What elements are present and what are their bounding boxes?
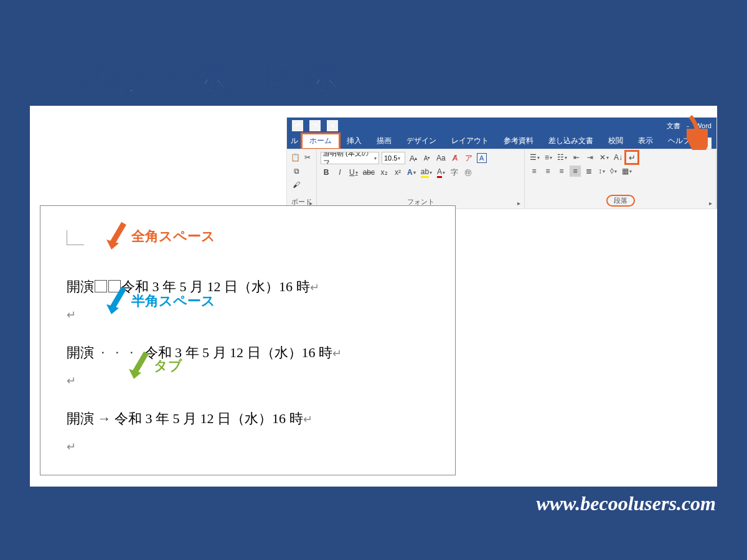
- annotation-halfwidth-space: 半角スペース: [105, 287, 215, 315]
- clear-formatting-icon[interactable]: A̸: [449, 152, 461, 164]
- doc-empty-line[interactable]: ↵: [67, 432, 439, 460]
- numbering-icon[interactable]: ≡▾: [543, 152, 553, 163]
- document-panel: 全角スペース 半角スペース タブ 開演令和 3 年 5 月 12 日（水）16 …: [40, 205, 456, 475]
- annotation-tab: タブ: [128, 352, 182, 380]
- distribute-icon[interactable]: ≣: [583, 166, 594, 177]
- title-bar: ↶ ↷ ▾ 文書 - Word: [287, 118, 716, 134]
- group-clipboard: 📋✂ ⧉ 🖌 ボード ▸: [287, 149, 317, 208]
- align-left-icon[interactable]: ≡: [529, 166, 540, 177]
- highlight-color-icon[interactable]: ab▾: [420, 167, 433, 178]
- content-panel: ↶ ↷ ▾ 文書 - Word ル ホーム 挿入 描画 デザイン レイアウト 参…: [30, 106, 717, 487]
- font-color-icon[interactable]: A▾: [436, 167, 446, 178]
- paragraph-mark-icon: ↵: [303, 413, 312, 426]
- titlebar-separator: -: [687, 122, 689, 129]
- cut-icon[interactable]: ✂: [303, 152, 313, 163]
- doc-line-3[interactable]: 開演 → 令和 3 年 5 月 12 日（水）16 時↵: [67, 405, 439, 432]
- sort-icon[interactable]: A↓: [613, 152, 624, 163]
- copy-icon[interactable]: ⧉: [291, 166, 302, 177]
- doc-empty-line[interactable]: ↵: [67, 366, 439, 394]
- tab-insert[interactable]: 挿入: [339, 134, 369, 149]
- tab-home[interactable]: ホーム: [302, 134, 339, 149]
- char-border-icon[interactable]: A: [477, 153, 487, 163]
- text-effects-icon[interactable]: A▾: [406, 167, 417, 178]
- tab-review[interactable]: 校閲: [601, 134, 631, 149]
- tell-me-icon[interactable]: ♀: [700, 138, 712, 149]
- group-paragraph-label: 段落: [529, 194, 712, 207]
- shrink-font-icon[interactable]: A▾: [421, 152, 433, 164]
- paragraph-mark-icon: ↵: [67, 375, 76, 387]
- superscript-button[interactable]: x²: [392, 167, 403, 178]
- decrease-indent-icon[interactable]: ⇤: [571, 152, 582, 163]
- multilevel-list-icon[interactable]: ☷▾: [556, 152, 568, 163]
- borders-icon[interactable]: ▦▾: [621, 166, 633, 177]
- paragraph-mark-icon: ↵: [310, 281, 319, 294]
- phonetic-guide-icon[interactable]: ア: [463, 152, 474, 164]
- tab-help[interactable]: ヘルプ: [660, 134, 698, 149]
- paste-icon[interactable]: 📋: [291, 152, 301, 163]
- show-hide-marks-button[interactable]: ↵: [626, 152, 637, 163]
- titlebar-doc-label: 文書: [667, 121, 680, 131]
- qat-customize-icon[interactable]: ▾: [327, 120, 338, 131]
- asian-layout-icon[interactable]: ✕▾: [598, 152, 610, 163]
- subscript-button[interactable]: x₂: [378, 167, 390, 178]
- underline-button[interactable]: U▾: [348, 167, 359, 178]
- justify-icon[interactable]: ≡: [570, 166, 581, 177]
- tab-design[interactable]: デザイン: [399, 134, 444, 149]
- italic-button[interactable]: I: [334, 167, 345, 178]
- paragraph-launcher-icon[interactable]: ▸: [707, 199, 714, 207]
- tab-references[interactable]: 参考資料: [496, 134, 541, 149]
- ribbon-body: 📋✂ ⧉ 🖌 ボード ▸ 游明朝 (本文のフ▾ 10.5▾ A▴ A▾ Aa A…: [287, 149, 716, 208]
- undo-icon[interactable]: ↶: [292, 120, 303, 131]
- bullets-icon[interactable]: ☰▾: [529, 152, 541, 163]
- font-launcher-icon[interactable]: ▸: [515, 199, 522, 207]
- tab-file-fragment[interactable]: ル: [288, 134, 302, 149]
- tab-layout[interactable]: レイアウト: [444, 134, 496, 149]
- bold-button[interactable]: B: [321, 167, 332, 178]
- shading-icon[interactable]: ◊▾: [609, 166, 618, 177]
- align-right-icon[interactable]: ≡: [556, 166, 567, 177]
- enclose-chars-icon[interactable]: ㊞: [463, 167, 474, 178]
- text-cursor-icon: [67, 230, 84, 245]
- line-spacing-icon[interactable]: ↕▾: [597, 166, 606, 177]
- tab-mark-icon: →: [98, 411, 111, 426]
- ribbon-tabs: ル ホーム 挿入 描画 デザイン レイアウト 参考資料 差し込み文書 校閲 表示…: [287, 134, 716, 149]
- strikethrough-button[interactable]: abc: [362, 167, 376, 178]
- page-title: 編集記号の表示／非表示: [30, 61, 339, 98]
- footer-url: www.becoolusers.com: [536, 492, 716, 515]
- increase-indent-icon[interactable]: ⇥: [585, 152, 596, 163]
- titlebar-app-label: Word: [695, 122, 712, 129]
- annotation-fullwidth-space: 全角スペース: [105, 222, 215, 251]
- doc-line-2[interactable]: 開演 · · · 令和 3 年 5 月 12 日（水）16 時↵: [67, 339, 439, 366]
- change-case-icon[interactable]: Aa: [435, 152, 447, 164]
- format-painter-icon[interactable]: 🖌: [291, 179, 302, 190]
- group-font: 游明朝 (本文のフ▾ 10.5▾ A▴ A▾ Aa A̸ ア A B I U▾ …: [317, 149, 525, 208]
- tab-view[interactable]: 表示: [631, 134, 660, 149]
- tab-draw[interactable]: 描画: [369, 134, 399, 149]
- char-shading-icon[interactable]: 字: [449, 167, 460, 178]
- font-name-combo[interactable]: 游明朝 (本文のフ▾: [321, 152, 379, 164]
- paragraph-mark-icon: ↵: [67, 309, 76, 321]
- word-ribbon: ↶ ↷ ▾ 文書 - Word ル ホーム 挿入 描画 デザイン レイアウト 参…: [286, 117, 717, 209]
- grow-font-icon[interactable]: A▴: [408, 152, 419, 164]
- redo-icon[interactable]: ↷: [309, 120, 321, 131]
- paragraph-mark-icon: ↵: [332, 347, 342, 360]
- align-center-icon[interactable]: ≡: [542, 166, 553, 177]
- font-size-combo[interactable]: 10.5▾: [382, 152, 405, 164]
- tab-mailings[interactable]: 差し込み文書: [541, 134, 601, 149]
- group-paragraph: ☰▾ ≡▾ ☷▾ ⇤ ⇥ ✕▾ A↓ ↵ ≡ ≡ ≡ ≡ ≣: [525, 149, 716, 208]
- paragraph-mark-icon: ↵: [67, 441, 76, 453]
